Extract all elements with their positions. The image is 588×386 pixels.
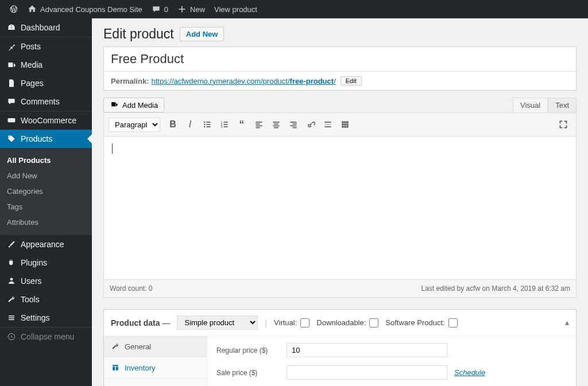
comments-link[interactable]: 0 <box>147 0 173 18</box>
regular-price-input[interactable] <box>287 343 447 357</box>
sidebar-item-woocommerce[interactable]: WooCommerce <box>0 111 92 130</box>
page-title: Edit product <box>103 26 174 42</box>
sidebar-item-users[interactable]: Users <box>0 272 92 290</box>
italic-button[interactable]: I <box>182 116 198 132</box>
submenu-attributes[interactable]: Attributes <box>0 215 92 230</box>
add-new-button[interactable]: Add New <box>180 27 225 41</box>
svg-rect-9 <box>223 122 227 123</box>
woocommerce-icon <box>7 116 16 125</box>
svg-rect-24 <box>290 126 296 127</box>
insert-more-button[interactable] <box>320 116 336 132</box>
svg-rect-36 <box>344 126 346 127</box>
product-type-select[interactable]: Simple product <box>177 315 258 330</box>
svg-rect-11 <box>223 124 227 125</box>
products-submenu: All Products Add New Categories Tags Att… <box>0 148 92 235</box>
submenu-add-new[interactable]: Add New <box>0 168 92 184</box>
tab-shipping[interactable]: Shipping <box>104 379 207 386</box>
panel-toggle[interactable]: ▴ <box>565 318 569 327</box>
tab-visual[interactable]: Visual <box>513 98 548 112</box>
sidebar-item-posts[interactable]: Posts <box>0 37 92 56</box>
svg-rect-23 <box>292 123 296 124</box>
svg-rect-26 <box>324 122 331 123</box>
tab-text[interactable]: Text <box>548 98 577 112</box>
svg-point-4 <box>204 124 205 125</box>
sidebar-item-dashboard[interactable]: Dashboard <box>0 18 92 37</box>
comments-count: 0 <box>164 5 168 14</box>
svg-rect-15 <box>256 123 260 124</box>
svg-rect-34 <box>346 123 348 125</box>
align-left-button[interactable] <box>251 116 267 132</box>
sidebar-item-pages[interactable]: Pages <box>0 74 92 92</box>
svg-rect-28 <box>324 126 331 127</box>
svg-rect-21 <box>274 127 278 128</box>
svg-rect-7 <box>206 126 210 127</box>
link-button[interactable] <box>303 116 319 132</box>
collapse-icon <box>7 332 16 341</box>
home-icon <box>28 5 37 14</box>
sidebar-item-media[interactable]: Media <box>0 56 92 74</box>
site-link[interactable]: Advanced Coupons Demo Site <box>23 0 147 18</box>
user-icon <box>7 276 16 286</box>
svg-rect-32 <box>342 123 343 125</box>
tab-general[interactable]: General <box>104 336 207 357</box>
svg-rect-16 <box>256 126 262 127</box>
svg-rect-18 <box>273 122 279 123</box>
svg-point-6 <box>204 126 205 127</box>
view-product-link[interactable]: View product <box>210 0 262 18</box>
general-panel: Regular price ($) Sale price ($) Schedul… <box>207 336 576 386</box>
last-edited: Last edited by acfw on March 4, 2019 at … <box>421 284 571 293</box>
sale-price-input[interactable] <box>287 365 447 380</box>
tab-inventory[interactable]: Inventory <box>104 357 207 379</box>
bold-button[interactable]: B <box>165 116 181 132</box>
align-right-button[interactable] <box>285 116 301 132</box>
add-media-button[interactable]: Add Media <box>103 98 164 112</box>
edit-permalink-button[interactable]: Edit <box>341 76 362 85</box>
word-count: 0 <box>149 284 153 293</box>
submenu-categories[interactable]: Categories <box>0 184 92 199</box>
collapse-menu[interactable]: Collapse menu <box>0 327 92 346</box>
schedule-link[interactable]: Schedule <box>454 368 485 377</box>
svg-rect-5 <box>206 124 210 125</box>
format-select[interactable]: Paragraph <box>109 118 160 132</box>
sidebar-item-products[interactable]: Products <box>0 130 92 148</box>
numbered-list-button[interactable]: 123 <box>216 116 233 132</box>
wrench-icon <box>111 342 120 351</box>
new-link[interactable]: New <box>173 0 210 18</box>
site-name: Advanced Coupons Demo Site <box>40 5 142 14</box>
fullscreen-button[interactable] <box>555 116 571 132</box>
pin-icon <box>7 42 16 51</box>
sidebar-item-settings[interactable]: Settings <box>0 309 92 327</box>
svg-rect-33 <box>344 123 346 125</box>
quote-button[interactable]: “ <box>234 116 250 132</box>
permalink-row: Permalink: https://acfwdemo.rymeradev.co… <box>104 72 576 90</box>
software-checkbox[interactable] <box>448 318 458 327</box>
sidebar-item-tools[interactable]: Tools <box>0 290 92 309</box>
svg-rect-3 <box>206 122 210 123</box>
regular-price-label: Regular price ($) <box>216 346 280 354</box>
plugin-icon <box>7 258 16 267</box>
submenu-tags[interactable]: Tags <box>0 199 92 215</box>
sidebar-item-plugins[interactable]: Plugins <box>0 254 92 272</box>
virtual-checkbox[interactable] <box>300 318 310 327</box>
bullet-list-button[interactable] <box>199 116 215 132</box>
wp-logo[interactable] <box>5 0 23 18</box>
wordpress-icon <box>9 5 18 14</box>
submenu-all-products[interactable]: All Products <box>0 153 92 168</box>
svg-rect-25 <box>292 127 296 128</box>
sidebar-item-appearance[interactable]: Appearance <box>0 235 92 254</box>
product-title-input[interactable] <box>104 47 576 72</box>
comments-icon <box>7 97 16 106</box>
toolbar-toggle-button[interactable] <box>337 116 353 132</box>
text-cursor <box>112 143 113 154</box>
admin-sidebar: Dashboard Posts Media Pages Comments Woo… <box>0 18 92 386</box>
svg-rect-13 <box>223 126 227 127</box>
plus-icon <box>177 5 187 14</box>
sidebar-item-comments[interactable]: Comments <box>0 92 92 111</box>
downloadable-checkbox[interactable] <box>369 318 378 327</box>
svg-rect-27 <box>324 124 331 125</box>
product-data-panel: Product data — Simple product | Virtual:… <box>103 309 577 386</box>
align-center-button[interactable] <box>268 116 284 132</box>
svg-rect-35 <box>342 126 343 127</box>
editor-textarea[interactable] <box>103 137 577 280</box>
permalink-link[interactable]: https://acfwdemo.rymeradev.com/product/f… <box>151 77 335 85</box>
